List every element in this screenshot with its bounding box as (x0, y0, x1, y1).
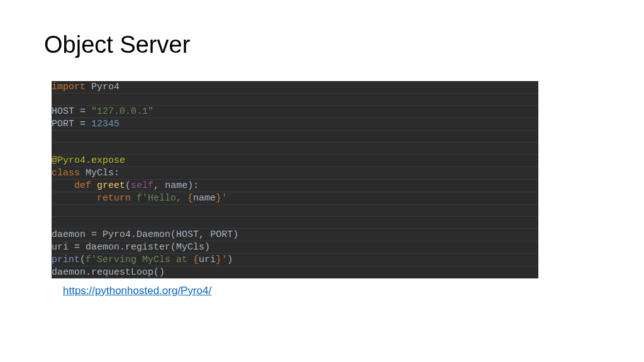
var-port: PORT (52, 119, 74, 129)
space (80, 168, 86, 178)
self-param: self (131, 180, 153, 191)
builtin-print: print (52, 255, 80, 265)
brace-open: { (193, 255, 199, 265)
dot: . (131, 229, 136, 240)
code-line-blank (52, 131, 538, 143)
fstring-var: name (193, 193, 216, 204)
code-line: print(f'Serving MyCls at {uri}') (52, 254, 538, 266)
code-line-blank (52, 205, 538, 217)
fstring-close: ' (221, 255, 227, 265)
var-uri: uri (52, 242, 69, 253)
assign: = (86, 229, 103, 240)
paren-close: ) (187, 180, 193, 191)
code-line: class MyCls: (52, 167, 538, 180)
space (86, 82, 91, 92)
f-prefix: f (136, 193, 142, 204)
link-row: https://pythonhosted.org/Pyro4/ (44, 285, 600, 297)
paren-close: ) (204, 242, 210, 253)
code-line-blank (52, 217, 538, 229)
assign: = (69, 242, 86, 253)
brace-close: } (216, 193, 221, 204)
fstring-open: 'Serving MyCls at (91, 255, 193, 265)
brace-open: { (187, 193, 193, 204)
f-prefix: f (86, 255, 91, 265)
code-line: HOST = "127.0.0.1" (52, 106, 538, 118)
dot: . (119, 242, 125, 253)
var-host: HOST (52, 106, 74, 117)
fstring-close: ' (221, 193, 227, 204)
empty-paren: () (153, 267, 165, 278)
method-name: greet (97, 180, 125, 191)
keyword-import: import (52, 82, 86, 92)
colon: : (114, 168, 119, 178)
paren-close: ) (227, 255, 233, 265)
assign: = (74, 119, 91, 129)
comma: , (199, 229, 204, 240)
module-name: Pyro4 (91, 82, 119, 92)
colon: : (193, 180, 199, 191)
slide-title: Object Server (44, 31, 600, 58)
code-line: daemon = Pyro4.Daemon(HOST, PORT) (52, 229, 538, 241)
string-host: "127.0.0.1" (91, 106, 153, 117)
assign: = (74, 106, 91, 117)
comma: , (153, 180, 159, 191)
decorator: @Pyro4.expose (52, 155, 125, 166)
daemon-ctor: Daemon (136, 229, 170, 240)
code-line: @Pyro4.expose (52, 155, 538, 167)
code-line-blank (52, 94, 538, 106)
daemon-ref: daemon (86, 242, 119, 253)
indent (52, 193, 97, 204)
space (159, 180, 165, 191)
paren-close: ) (233, 229, 238, 240)
indent (52, 180, 74, 191)
var-daemon: daemon (52, 229, 86, 240)
code-line: return f'Hello, {name}' (52, 192, 538, 205)
keyword-return: return (97, 193, 131, 204)
param-name: name (165, 180, 187, 191)
brace-close: } (216, 255, 221, 265)
fstring-var-uri: uri (199, 255, 216, 265)
keyword-def: def (74, 180, 91, 191)
space (131, 193, 136, 204)
arg-port: PORT (210, 229, 233, 240)
register-call: register (125, 242, 170, 253)
dot: . (86, 267, 91, 278)
slide: Object Server import Pyro4 HOST = "127.0… (0, 0, 644, 297)
code-line: import Pyro4 (52, 81, 538, 94)
arg-host: HOST (176, 229, 199, 240)
code-line: PORT = 12345 (52, 118, 538, 131)
paren-open: ( (170, 242, 176, 253)
paren-open: ( (170, 229, 176, 240)
keyword-class: class (52, 168, 80, 178)
module-ref: Pyro4 (103, 229, 131, 240)
paren-open: ( (80, 255, 86, 265)
arg-mycls: MyCls (176, 242, 204, 253)
code-line: def greet(self, name): (52, 180, 538, 192)
requestloop-call: requestLoop (91, 267, 153, 278)
number-port: 12345 (91, 119, 119, 129)
doc-link[interactable]: https://pythonhosted.org/Pyro4/ (63, 285, 211, 297)
class-name: MyCls (86, 168, 114, 178)
code-line: uri = daemon.register(MyCls) (52, 241, 538, 254)
daemon-ref: daemon (52, 267, 86, 278)
space (91, 180, 97, 191)
code-block: import Pyro4 HOST = "127.0.0.1" PORT = 1… (52, 81, 538, 278)
space (204, 229, 210, 240)
code-line: daemon.requestLoop() (52, 266, 538, 278)
code-line-blank (52, 143, 538, 155)
paren-open: ( (125, 180, 131, 191)
fstring-open: 'Hello, (142, 193, 187, 204)
